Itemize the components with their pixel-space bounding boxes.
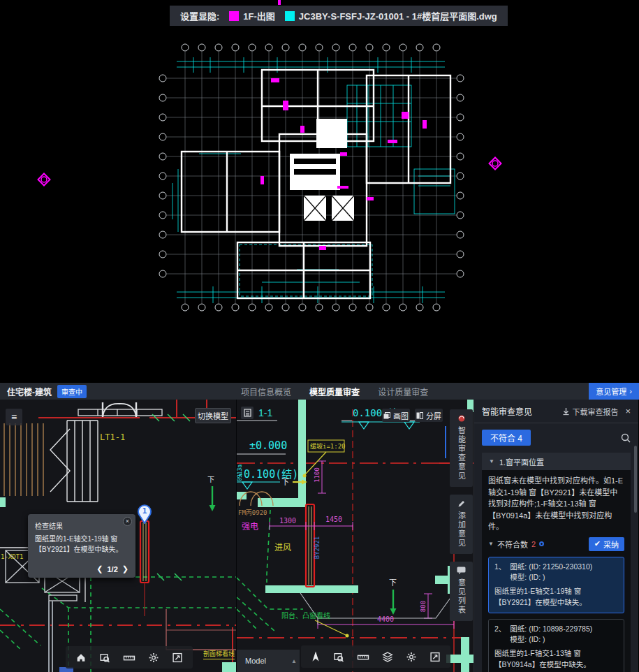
zoom-extents-icon[interactable] xyxy=(99,652,110,663)
slope-label: 缓坡i=1:20 xyxy=(310,442,346,450)
top-navbar: 住宅楼-建筑 审查中 项目信息概览 模型质量审查 设计质量审查 意见管理 › xyxy=(0,383,639,400)
zoom-extents-icon[interactable] xyxy=(333,652,344,662)
dim-4400: 4400 xyxy=(377,615,394,623)
tab-model-quality[interactable]: 模型质量审查 xyxy=(309,386,360,397)
caret-up-icon: ▲ xyxy=(291,658,297,664)
issue-pin-marker[interactable]: 1 xyxy=(136,503,153,524)
search-icon[interactable] xyxy=(621,433,631,443)
opinion-list-tab[interactable]: 意见列表 xyxy=(450,562,473,621)
model-tab[interactable]: Model ▲ xyxy=(237,650,300,672)
view-sheet-icon[interactable] xyxy=(241,407,254,419)
room-air-label: 进风 xyxy=(274,543,291,553)
door-tag-label: FM丙0920 xyxy=(238,509,267,516)
down-arrow xyxy=(390,590,397,615)
center-cad-toolbar xyxy=(301,645,450,668)
measure-icon[interactable] xyxy=(123,652,135,663)
section-line-label: 剖面梯看线 xyxy=(203,649,235,659)
comment-icon xyxy=(457,567,466,575)
down-label-1: 下 xyxy=(281,478,289,487)
dim-1300: 1300 xyxy=(279,517,296,525)
stair-label: LT1-1 xyxy=(100,432,125,442)
down-label: 下 xyxy=(207,476,214,483)
next-page-icon[interactable]: ❯ xyxy=(122,564,128,574)
cyan-swatch xyxy=(285,11,295,21)
down-arrow xyxy=(210,486,216,511)
fullscreen-icon[interactable] xyxy=(172,652,183,663)
pin-number: 1 xyxy=(142,506,147,516)
layers-icon[interactable] xyxy=(382,652,393,662)
issue-item-1[interactable]: 1、 图纸: (ID: 21250-230310) 模型: (ID: ) 图纸里… xyxy=(488,557,624,613)
issue-paper-id: 图纸: (ID: 21250-230310) xyxy=(510,562,592,573)
main-content: LT1-1 1-XDT1 下 ≡ 切换模型 × 检查结果 图纸里的1-E轴交1-… xyxy=(0,400,639,672)
down-label-2: 下 xyxy=(389,578,397,587)
issue-paper-id: 图纸: (ID: 10898-229785) xyxy=(510,624,592,635)
active-indicator xyxy=(445,426,446,458)
north-arrow-icon[interactable] xyxy=(311,651,321,662)
highlight-window xyxy=(140,521,149,616)
issue-item-2[interactable]: 2、 图纸: (ID: 10898-229785) 模型: (ID: ) 图纸里… xyxy=(488,619,624,672)
prev-page-icon[interactable]: ❮ xyxy=(96,564,103,574)
room-strong-label: 强电 xyxy=(242,522,258,532)
issue-description: 图纸里的1-F轴交1-13轴 窗【BY0914a】在模型中缺失。 xyxy=(494,648,618,671)
add-opinion-tab[interactable]: 添加意见 xyxy=(450,495,473,554)
download-report-button[interactable]: 下载审查报告 xyxy=(562,406,618,417)
floorplan-canvas[interactable] xyxy=(157,36,482,316)
split-icon xyxy=(416,412,423,419)
issue-model-id: 模型: (ID: ) xyxy=(510,634,592,645)
layer-name: JC3BY-S-FSFJ-JZ-01001 - 1#楼首层平面图.dwg xyxy=(299,9,497,22)
split-screen-button[interactable]: 分屏 xyxy=(415,409,443,422)
noncompliant-filter-button[interactable]: 不符合 4 xyxy=(482,430,531,446)
issue-number: 1、 xyxy=(494,562,506,584)
chevron-right-icon: › xyxy=(629,387,632,395)
viewport-marker-left xyxy=(36,172,52,187)
layer-item-1f[interactable]: 1F-出图 xyxy=(229,9,275,22)
chevron-down-icon: ▼ xyxy=(489,458,494,465)
model-view-panel[interactable]: 0.100(结) ±0.000 -0.100(结) 缓坡i=1:20 下 下 1… xyxy=(237,400,474,672)
window-tag-label: BY2921 xyxy=(314,536,321,560)
project-title: 住宅楼-建筑 xyxy=(7,386,52,397)
app-window: 设置显隐: 1F-出图 JC3BY-S-FSFJ-JZ-01001 - 1#楼首… xyxy=(0,0,639,672)
switch-model-button[interactable]: 切换模型 xyxy=(195,408,231,423)
settings-gear-icon[interactable] xyxy=(406,652,417,662)
legend-label: 设置显隐: xyxy=(180,9,219,22)
page-indicator: 1/2 xyxy=(107,565,117,574)
magenta-annotations xyxy=(260,78,427,250)
sidebar-title: 智能审查意见 xyxy=(482,405,532,417)
accept-button[interactable]: ✔ 采纳 xyxy=(589,537,624,551)
opinion-manage-button[interactable]: 意见管理 › xyxy=(589,383,639,400)
layer-name: 1F-出图 xyxy=(243,9,275,22)
close-icon[interactable]: × xyxy=(625,406,631,416)
elevation-zero-label: ±0.000 xyxy=(249,439,287,452)
issue-section-window-position: ▼ 1.窗平面位置 图纸窗未在模型中找到对应构件。如1-E轴交1-19轴 窗【B… xyxy=(482,453,631,672)
issue-number: 2、 xyxy=(494,624,506,646)
tab-design-quality[interactable]: 设计质量审查 xyxy=(378,386,428,397)
status-badge: 审查中 xyxy=(57,385,87,398)
smart-review-icon xyxy=(457,414,466,423)
layer-visibility-bar: 设置显隐: 1F-出图 JC3BY-S-FSFJ-JZ-01001 - 1#楼首… xyxy=(170,6,508,26)
tooltip-body: 图纸里的1-E轴交1-19轴 窗【BY2921】在模型中缺失。 xyxy=(35,534,128,555)
check-result-tooltip: × 检查结果 图纸里的1-E轴交1-19轴 窗【BY2921】在模型中缺失。 ❮… xyxy=(28,514,135,578)
elevation-neg-label: -0.100(结) xyxy=(237,468,298,481)
smart-review-sidebar: 智能审查意见 下载审查报告 × 不符合 4 ▼ xyxy=(474,400,638,672)
close-icon[interactable]: × xyxy=(123,517,132,526)
dim-800: 800 xyxy=(420,601,427,612)
menu-icon[interactable]: ≡ xyxy=(6,409,22,425)
measure-icon[interactable] xyxy=(357,652,369,662)
dim-1100: 1100 xyxy=(314,467,321,483)
draw-button[interactable]: 画图 xyxy=(382,409,410,422)
fullscreen-icon[interactable] xyxy=(429,652,441,662)
drawing-view-panel[interactable]: LT1-1 1-XDT1 下 ≡ 切换模型 × 检查结果 图纸里的1-E轴交1-… xyxy=(0,400,237,672)
section-summary: 图纸窗未在模型中找到对应构件。如1-E轴交1-19轴 窗【BY2921】未在模型… xyxy=(488,475,624,533)
smart-review-tab[interactable]: 智能审查意见 xyxy=(450,409,473,487)
stairs xyxy=(4,421,98,502)
scrollbar-thumb[interactable] xyxy=(634,446,637,513)
status-dot-icon xyxy=(539,541,544,546)
home-icon[interactable] xyxy=(75,652,87,663)
chevron-down-icon[interactable]: ▼ xyxy=(488,541,494,547)
layer-item-dwg[interactable]: JC3BY-S-FSFJ-JZ-01001 - 1#楼首层平面图.dwg xyxy=(285,9,497,22)
download-icon xyxy=(562,407,570,416)
tab-project-info[interactable]: 项目信息概览 xyxy=(241,386,291,397)
settings-gear-icon[interactable] xyxy=(148,652,159,663)
section-header[interactable]: ▼ 1.窗平面位置 xyxy=(482,453,631,470)
divider xyxy=(474,423,638,423)
